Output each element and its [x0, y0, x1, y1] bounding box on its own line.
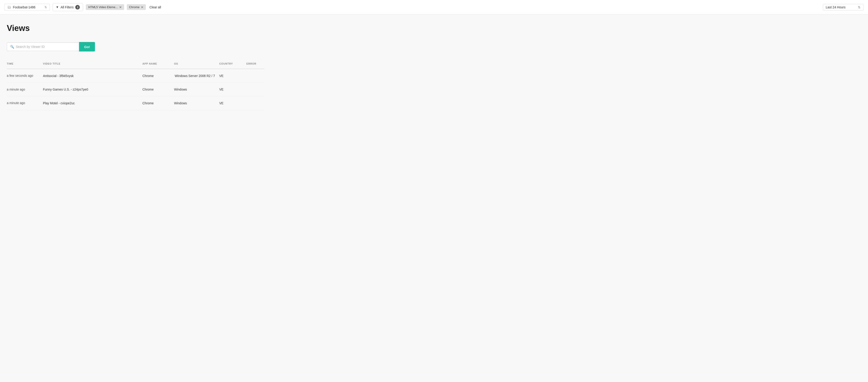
table-row: a few seconds ago Antisocial - 3f945vysk…: [7, 69, 265, 83]
folder-icon: 🗂: [7, 5, 11, 9]
search-box: 🔍: [7, 42, 79, 51]
row-2-video-title: Funny Games U.S. - z24ps7pe0: [43, 88, 143, 91]
col-header-app-name: APP NAME: [143, 61, 174, 67]
row-1-video-title: Antisocial - 3f945vysk: [43, 74, 143, 78]
page-title: Views: [7, 24, 265, 33]
col-header-video-title: VIDEO TITLE: [43, 61, 143, 67]
table-header: TIME VIDEO TITLE APP NAME OS COUNTRY ERR…: [7, 61, 265, 69]
search-row: 🔍 Go!: [7, 42, 265, 51]
time-range-selector[interactable]: Last 24 Hours ⇅: [823, 4, 864, 11]
filter-tag-html5: HTML5 Video Eleme... ✕: [86, 4, 124, 10]
row-3-app-name: Chrome: [143, 101, 174, 105]
filter-tag-chrome-close[interactable]: ✕: [141, 6, 144, 9]
row-2-os: Windows: [174, 88, 219, 91]
row-1-os: Windows Server 2008 R2 / 7: [174, 74, 219, 78]
filter-tag-chrome-label: Chrome: [129, 5, 140, 9]
views-table: TIME VIDEO TITLE APP NAME OS COUNTRY ERR…: [7, 61, 265, 110]
row-1-country: VE: [219, 74, 246, 78]
row-2-country: VE: [219, 88, 246, 91]
filter-count-badge: 2: [75, 5, 80, 9]
time-chevron-icon: ⇅: [858, 5, 861, 9]
row-3-country: VE: [219, 101, 246, 105]
table-row: a minute ago Play Motel - cviope2uc Chro…: [7, 96, 265, 110]
viewer-id-search-input[interactable]: [16, 45, 76, 48]
row-2-app-name: Chrome: [143, 88, 174, 91]
row-2-time: a minute ago: [7, 88, 43, 92]
go-button[interactable]: Go!: [79, 42, 95, 51]
row-1-app-name: Chrome: [143, 74, 174, 78]
filter-label: All Filters: [61, 5, 74, 9]
folder-selector[interactable]: 🗂 Foobarbat-1486 ⇅: [4, 4, 50, 11]
row-3-time: a minute ago: [7, 101, 43, 105]
time-range-label: Last 24 Hours: [826, 5, 845, 9]
row-3-os: Windows: [174, 101, 219, 105]
search-icon: 🔍: [10, 45, 14, 48]
clear-all-button[interactable]: Clear all: [149, 4, 162, 10]
folder-name: Foobarbat-1486: [13, 5, 35, 9]
all-filters-button[interactable]: ▼ All Filters 2: [53, 3, 83, 11]
row-1-time: a few seconds ago: [7, 74, 43, 78]
row-3-video-title: Play Motel - cviope2uc: [43, 101, 143, 105]
col-header-os: OS: [174, 61, 219, 67]
main-content: Views 🔍 Go! TIME VIDEO TITLE APP NAME OS…: [0, 14, 271, 119]
col-header-time: TIME: [7, 61, 43, 67]
filter-icon: ▼: [56, 5, 59, 9]
chevron-updown-icon: ⇅: [44, 6, 47, 9]
filter-tag-html5-label: HTML5 Video Eleme...: [88, 5, 118, 9]
top-bar: 🗂 Foobarbat-1486 ⇅ ▼ All Filters 2 HTML5…: [0, 0, 868, 14]
col-header-country: COUNTRY: [219, 61, 246, 67]
table-row: a minute ago Funny Games U.S. - z24ps7pe…: [7, 83, 265, 97]
filter-tag-html5-close[interactable]: ✕: [119, 6, 122, 9]
col-header-error: ERROR: [246, 61, 265, 67]
filter-tag-chrome: Chrome ✕: [127, 4, 146, 10]
